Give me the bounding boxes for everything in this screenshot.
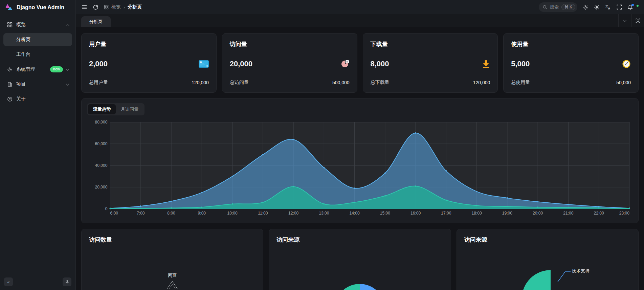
stat-footer-value: 50,000 <box>616 80 631 85</box>
refresh-icon[interactable] <box>93 4 98 10</box>
svg-text:20,000: 20,000 <box>95 185 108 189</box>
sidebar-item-label: 项目 <box>16 81 26 87</box>
stat-card-usage: 使用量 5,000 总使用量 50,000 <box>503 33 639 93</box>
stat-value: 8,000 <box>371 60 389 68</box>
tab-traffic-trend[interactable]: 流量趋势 <box>88 104 116 114</box>
language-translate-icon[interactable]: 文 A <box>605 4 611 10</box>
sidebar-item-analysis[interactable]: 分析页 <box>3 33 72 46</box>
stat-title: 访问量 <box>230 40 350 48</box>
stat-footer-label: 总访问量 <box>230 80 249 86</box>
donut-chart[interactable] <box>334 284 385 290</box>
search-icon <box>542 5 547 9</box>
stat-title: 下载量 <box>371 40 490 48</box>
stat-card-visits: 访问量 20,000 % 总访问量 500,000 <box>222 33 357 93</box>
sidebar-item-system[interactable]: 系统管理 new <box>3 63 72 76</box>
sidebar-item-label: 系统管理 <box>16 66 35 72</box>
card-title: 访问来源 <box>276 236 443 244</box>
visit-source-pie-card: 访问来源 技术支持 <box>457 229 639 290</box>
stat-footer-value: 120,000 <box>192 80 209 85</box>
sidebar-item-about[interactable]: 关于 <box>3 93 72 106</box>
sidebar-menu: 概览 分析页 工作台 系统管理 new <box>0 15 75 274</box>
svg-text:21:00: 21:00 <box>563 211 574 216</box>
sidebar: Djagno Vue Admin 概览 分析页 工作台 <box>0 0 76 290</box>
notifications-bell-icon[interactable] <box>627 4 633 10</box>
online-status-dot <box>636 4 639 7</box>
tab-label: 分析页 <box>89 19 103 25</box>
chart-tab-group: 流量趋势 月访问量 <box>87 103 145 115</box>
stat-footer-value: 120,000 <box>473 80 490 85</box>
svg-text:15:00: 15:00 <box>380 211 391 216</box>
logo-row[interactable]: Djagno Vue Admin <box>0 0 75 15</box>
tab-analysis-page[interactable]: 分析页 <box>81 16 111 27</box>
svg-text:23:00: 23:00 <box>619 211 630 216</box>
tab-list-dropdown-button[interactable] <box>618 14 631 27</box>
fullscreen-icon[interactable] <box>617 4 622 10</box>
maximize-content-button[interactable] <box>631 14 644 27</box>
pie-chart-icon: % <box>341 60 350 68</box>
svg-text:9:00: 9:00 <box>198 211 206 216</box>
stat-footer-label: 总使用量 <box>511 80 530 86</box>
new-badge: new <box>50 66 63 72</box>
trend-chart: 6:007:008:009:0010:0011:0012:0013:0014:0… <box>87 119 633 218</box>
svg-text:60,000: 60,000 <box>95 141 108 146</box>
pin-sidebar-button[interactable] <box>63 277 71 286</box>
svg-text:22:00: 22:00 <box>594 211 604 216</box>
chevron-up-icon <box>66 24 69 27</box>
theme-sun-icon[interactable] <box>594 4 600 10</box>
svg-text:8:00: 8:00 <box>167 211 175 216</box>
sidebar-item-label: 工作台 <box>16 51 30 58</box>
svg-text:A: A <box>608 7 610 10</box>
sidebar-item-label: 分析页 <box>16 37 30 43</box>
sidebar-item-workbench[interactable]: 工作台 <box>3 48 72 61</box>
page-content: 用户量 2,000 总用户量 120,000 <box>76 27 644 290</box>
building-icon <box>7 81 13 87</box>
stat-footer-label: 总用户量 <box>89 80 108 86</box>
tab-strip: 分析页 <box>76 14 644 27</box>
search-input[interactable]: 搜索 ⌘ K <box>539 2 577 12</box>
breadcrumb-page: 分析页 <box>128 4 142 10</box>
sidebar-footer: « <box>0 274 75 290</box>
sidebar-item-overview[interactable]: 概览 <box>3 18 72 31</box>
download-icon <box>482 60 490 68</box>
copyright-icon <box>7 96 13 102</box>
sidebar-item-label: 概览 <box>16 22 26 28</box>
id-card-icon <box>199 60 209 68</box>
bottom-card-row: 访问数量 网页 访问来源 访问来源 <box>81 229 639 290</box>
svg-text:19:00: 19:00 <box>502 211 513 216</box>
svg-text:16:00: 16:00 <box>410 211 421 216</box>
stat-value: 2,000 <box>89 60 108 68</box>
gear-icon <box>7 66 13 72</box>
card-title: 访问来源 <box>464 236 631 244</box>
hamburger-menu-icon[interactable] <box>81 4 87 10</box>
collapse-sidebar-button[interactable]: « <box>4 277 13 286</box>
settings-gear-icon[interactable] <box>583 4 589 10</box>
sidebar-item-label: 关于 <box>16 96 26 102</box>
stat-card-downloads: 下载量 8,000 总下载量 120,000 <box>363 33 498 93</box>
radar-chart-tip <box>166 281 178 289</box>
grid-icon <box>7 22 13 28</box>
svg-text:0: 0 <box>105 206 108 211</box>
stat-title: 用户量 <box>89 40 209 48</box>
collapse-glyph: « <box>7 280 9 285</box>
visit-source-donut-card: 访问来源 <box>269 229 451 290</box>
pie-callout-label: 技术支持 <box>572 268 590 274</box>
svg-text:10:00: 10:00 <box>227 211 238 216</box>
stat-value: 5,000 <box>511 60 530 68</box>
breadcrumb-separator: › <box>124 5 125 10</box>
svg-text:17:00: 17:00 <box>441 211 451 216</box>
tab-monthly-visits[interactable]: 月访问量 <box>116 104 143 114</box>
svg-text:18:00: 18:00 <box>472 211 482 216</box>
sidebar-item-project[interactable]: 项目 <box>3 78 72 91</box>
chevron-down-icon <box>623 19 627 22</box>
card-title: 访问数量 <box>89 236 256 244</box>
svg-text:6:00: 6:00 <box>110 211 118 216</box>
header: 概览 › 分析页 搜索 ⌘ K <box>76 0 644 14</box>
visit-count-card: 访问数量 网页 <box>81 229 263 290</box>
stat-title: 使用量 <box>511 40 631 48</box>
app-title: Djagno Vue Admin <box>17 4 64 10</box>
stat-card-users: 用户量 2,000 总用户量 120,000 <box>81 33 217 93</box>
breadcrumb-section[interactable]: 概览 <box>111 4 121 10</box>
main-area: 概览 › 分析页 搜索 ⌘ K <box>76 0 644 290</box>
breadcrumb: 概览 › 分析页 <box>104 4 142 10</box>
clock-icon <box>622 60 631 68</box>
